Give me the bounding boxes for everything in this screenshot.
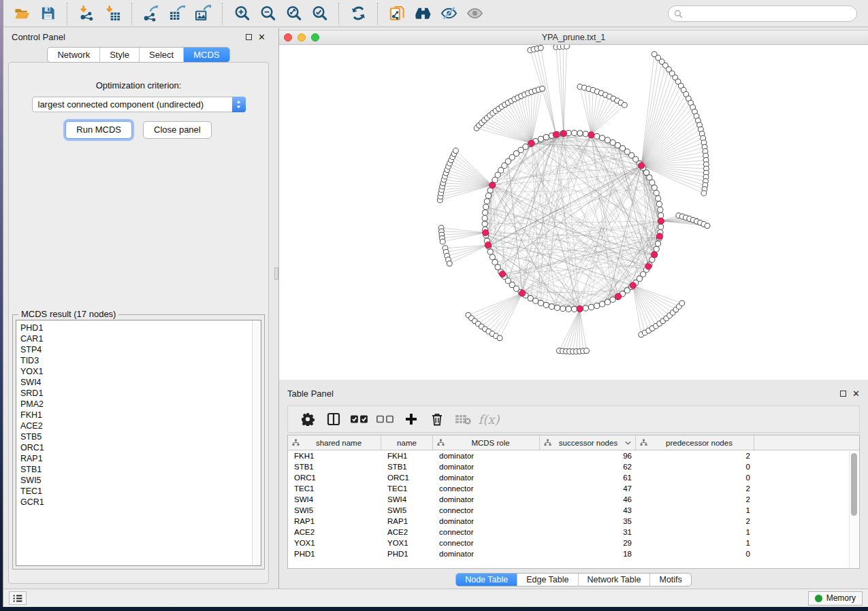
mcds-result-item[interactable]: ACE2 [20, 420, 261, 431]
column-header-successor-nodes[interactable]: successor nodes [540, 435, 636, 450]
delete-columns-icon[interactable] [427, 409, 447, 429]
table-cell: 31 [540, 528, 636, 536]
network-graph[interactable] [279, 45, 868, 381]
status-bar: Memory [3, 589, 868, 607]
table-row[interactable]: ACE2ACE2connector311 [288, 527, 859, 538]
table-tab-network-table[interactable]: Network Table [578, 574, 650, 586]
table-row[interactable]: ORC1ORC1dominator610 [288, 472, 859, 483]
mcds-result-item[interactable]: TEC1 [20, 486, 261, 497]
mcds-result-item[interactable]: GCR1 [20, 497, 261, 508]
zoom-out-icon[interactable] [257, 3, 278, 24]
mcds-result-item[interactable]: RAP1 [20, 453, 261, 464]
deselect-all-rows-icon[interactable] [375, 409, 396, 429]
mcds-result-item[interactable]: STB5 [20, 431, 261, 442]
criterion-dropdown[interactable]: largest connected component (undirected) [32, 97, 246, 112]
mcds-result-item[interactable]: SWI5 [20, 475, 261, 486]
splitter-handle[interactable] [274, 267, 278, 280]
import-network-icon[interactable] [76, 3, 97, 24]
network-window-titlebar[interactable]: YPA_prune.txt_1 [279, 30, 868, 45]
mcds-list-scrollbar[interactable] [252, 320, 261, 565]
table-cell: dominator [433, 463, 540, 471]
float-panel-icon[interactable] [246, 34, 252, 40]
close-panel-button[interactable]: Close panel [143, 121, 212, 139]
vertical-splitter[interactable] [274, 28, 279, 589]
control-tab-network[interactable]: Network [48, 48, 99, 62]
table-row[interactable]: PHD1PHD1dominator180 [288, 548, 859, 559]
column-header-shared-name[interactable]: shared name [288, 435, 381, 450]
table-cell: 35 [540, 517, 636, 525]
network-canvas[interactable] [279, 45, 868, 380]
control-tab-mcds[interactable]: MCDS [183, 48, 229, 62]
search-input[interactable] [683, 7, 856, 20]
show-all-icon[interactable] [464, 3, 485, 24]
table-row[interactable]: SWI4SWI4dominator462 [288, 494, 859, 505]
apply-layout-icon[interactable] [348, 3, 368, 24]
memory-button[interactable]: Memory [808, 591, 863, 606]
search-icon [674, 10, 683, 18]
zoom-in-icon[interactable] [231, 3, 252, 24]
table-cell: SWI4 [381, 495, 433, 503]
table-row[interactable]: SWI5SWI5connector431 [288, 505, 859, 516]
open-session-icon[interactable] [12, 3, 32, 24]
table-row[interactable]: FKH1FKH1dominator962 [288, 450, 859, 461]
table-tab-edge-table[interactable]: Edge Table [517, 574, 577, 586]
table-cell: 47 [540, 484, 636, 493]
column-header-predecessor-nodes[interactable]: predecessor nodes [636, 435, 754, 450]
mcds-result-item[interactable]: PHD1 [20, 323, 261, 333]
mcds-result-item[interactable]: SRD1 [20, 388, 261, 399]
panel-list-button[interactable] [9, 591, 27, 605]
export-table-icon[interactable] [167, 3, 187, 24]
table-cell: dominator [433, 517, 540, 525]
float-table-panel-icon[interactable] [840, 391, 846, 397]
mcds-result-item[interactable]: TID3 [20, 355, 261, 366]
column-header-mcds-role[interactable]: MCDS role [433, 435, 540, 450]
search-box[interactable] [668, 5, 857, 22]
zoom-selected-icon[interactable] [309, 3, 329, 24]
table-tab-node-table[interactable]: Node Table [456, 574, 517, 586]
table-row[interactable]: STB1STB1dominator620 [288, 461, 859, 472]
select-all-rows-icon[interactable] [349, 409, 370, 429]
save-session-icon[interactable] [37, 3, 58, 24]
zoom-fit-icon[interactable] [283, 3, 304, 24]
table-cell: ORC1 [381, 474, 433, 482]
function-builder-icon[interactable]: f(x) [479, 409, 499, 429]
table-cell: YOX1 [381, 539, 433, 547]
mcds-panel: Optimization criterion: largest connecte… [8, 62, 269, 584]
table-tab-motifs[interactable]: Motifs [649, 574, 690, 586]
mcds-result-item[interactable]: CAR1 [20, 333, 261, 344]
table-mode-icon[interactable] [323, 409, 344, 429]
table-scrollbar[interactable] [849, 451, 858, 567]
delete-table-icon[interactable] [453, 409, 473, 429]
control-tab-select[interactable]: Select [139, 48, 183, 62]
toolbar-separator [377, 3, 378, 24]
column-settings-icon[interactable] [298, 409, 318, 429]
mcds-result-item[interactable]: YOX1 [20, 366, 261, 377]
hide-selected-icon[interactable] [438, 3, 459, 24]
create-column-icon[interactable] [401, 409, 421, 429]
sort-indicator-icon[interactable] [625, 441, 631, 445]
mcds-result-item[interactable]: SWI4 [20, 377, 261, 388]
table-cell: connector [433, 539, 540, 547]
export-image-icon[interactable] [193, 3, 213, 24]
mcds-result-list[interactable]: PHD1CAR1STP4TID3YOX1SWI4SRD1PMA2FKH1ACE2… [16, 320, 261, 566]
run-mcds-button[interactable]: Run MCDS [65, 121, 132, 139]
table-row[interactable]: TEC1TEC1connector472 [288, 483, 859, 494]
table-row[interactable]: RAP1RAP1dominator352 [288, 516, 859, 527]
import-table-icon[interactable] [102, 3, 123, 24]
mcds-result-item[interactable]: ORC1 [20, 442, 261, 453]
find-icon[interactable] [413, 3, 433, 24]
network-from-selection-icon[interactable] [387, 3, 407, 24]
control-tab-style[interactable]: Style [99, 48, 139, 62]
mcds-result-item[interactable]: STB1 [20, 464, 261, 475]
column-header-name[interactable]: name [381, 435, 433, 450]
close-panel-icon[interactable]: ✕ [258, 33, 266, 42]
mcds-result-item[interactable]: STP4 [20, 344, 261, 355]
close-table-panel-icon[interactable]: ✕ [852, 389, 860, 398]
mcds-result-item[interactable]: PMA2 [20, 399, 261, 410]
table-row[interactable]: YOX1YOX1connector291 [288, 538, 859, 548]
table-cell: STB1 [381, 463, 433, 471]
export-network-icon[interactable] [141, 3, 161, 24]
table-scrollbar-thumb[interactable] [851, 453, 857, 516]
mcds-result-item[interactable]: FKH1 [20, 410, 261, 420]
table-cell: connector [433, 506, 540, 514]
